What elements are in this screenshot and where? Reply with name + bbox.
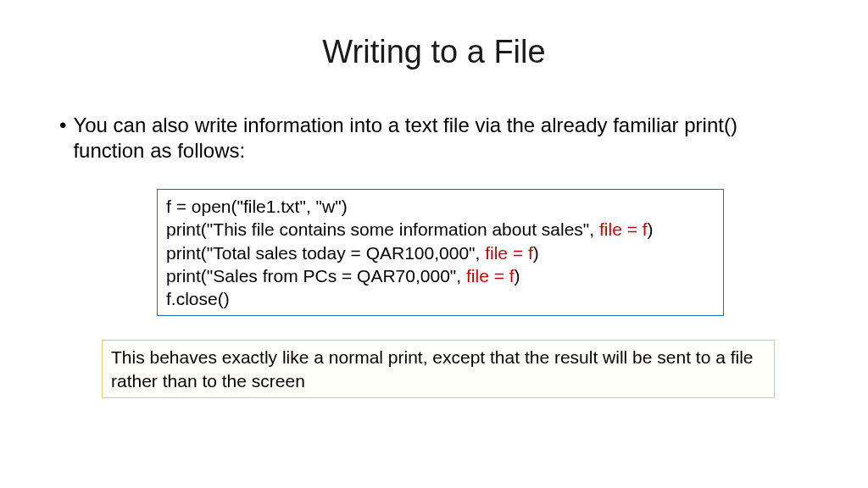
bullet-item: • You can also write information into a …: [59, 113, 809, 164]
note-block: This behaves exactly like a normal print…: [102, 340, 775, 398]
slide-container: Writing to a File • You can also write i…: [0, 0, 868, 488]
code-text: print("Total sales today = QAR100,000",: [166, 243, 485, 263]
code-line-4: print("Sales from PCs = QAR70,000", file…: [166, 264, 715, 287]
code-text: ): [533, 243, 539, 263]
code-line-3: print("Total sales today = QAR100,000", …: [166, 241, 715, 264]
code-block: f = open("file1.txt", "w") print("This f…: [157, 189, 724, 316]
code-line-5: f.close(): [166, 287, 715, 310]
slide-title: Writing to a File: [42, 34, 826, 70]
code-highlight: file = f: [466, 266, 515, 286]
code-text: ): [515, 266, 520, 286]
code-highlight: file = f: [485, 243, 533, 263]
note-text: This behaves exactly like a normal print…: [111, 346, 765, 392]
bullet-dot-icon: •: [59, 113, 66, 138]
code-highlight: file = f: [599, 219, 648, 239]
code-text: print("This file contains some informati…: [166, 219, 599, 239]
code-line-2: print("This file contains some informati…: [166, 218, 715, 241]
code-text: print("Sales from PCs = QAR70,000",: [166, 266, 466, 286]
code-text: ): [648, 219, 654, 239]
bullet-text: You can also write information into a te…: [73, 113, 809, 164]
code-line-1: f = open("file1.txt", "w"): [166, 195, 715, 218]
